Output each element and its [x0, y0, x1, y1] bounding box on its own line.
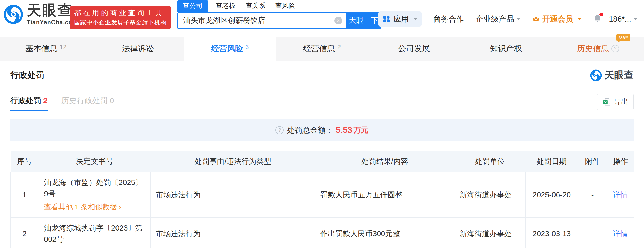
- export-label: 导出: [614, 97, 628, 107]
- subtab-count: 0: [110, 96, 114, 105]
- column-header: 操作: [607, 151, 634, 172]
- cell-date: 2025-06-20: [526, 172, 578, 217]
- nav-tab-label: 历史信息: [577, 43, 609, 54]
- nav-tab-wrap: 公司发展: [398, 43, 430, 54]
- notification-bell[interactable]: [593, 14, 602, 25]
- promo-line-1: 都在用的商业查询工具: [74, 8, 167, 18]
- tianyancha-watermark-icon: [590, 69, 602, 81]
- account-menu[interactable]: 186*...: [609, 15, 637, 23]
- menu-divider: [526, 15, 526, 23]
- column-header: 处罚单位: [454, 151, 526, 172]
- penalty-total-banner: ? 处罚总金额： 5.53 万元: [10, 119, 634, 141]
- vip-menu[interactable]: 开通会员: [532, 14, 581, 24]
- business-coop-link[interactable]: 商务合作: [433, 14, 464, 24]
- nav-tab-company-development[interactable]: 公司发展: [368, 37, 460, 61]
- enterprise-products-menu[interactable]: 企业级产品: [476, 14, 520, 24]
- penalty-subtabs: 行政处罚2历史行政处罚0: [10, 95, 128, 111]
- caret-down-icon: [634, 18, 637, 22]
- cell-result: 作出罚款人民币300元整: [315, 217, 454, 248]
- search-input-wrap: ✕: [177, 12, 346, 29]
- menu-divider: [427, 15, 427, 23]
- nav-tab-wrap: 历史信息VIP?: [577, 43, 619, 54]
- search-tab-boss[interactable]: 查老板: [216, 0, 236, 12]
- tianyancha-watermark: 天眼查: [590, 69, 634, 82]
- cell-attachment: -: [578, 172, 607, 217]
- nav-tab-label: 法律诉讼: [122, 43, 154, 54]
- penalty-total-value: 5.53: [336, 125, 352, 135]
- apps-label: 应用: [393, 14, 409, 24]
- top-header: 天眼查 TianYanCha.com 都在用的商业查询工具 国家中小企业发展子基…: [0, 0, 644, 37]
- similar-data-link[interactable]: 查看其他 1 条相似数据›: [44, 201, 145, 213]
- vip-badge: VIP: [616, 34, 630, 41]
- similar-link-text: 查看其他 1 条相似数据: [44, 201, 117, 213]
- nav-tab-operating-info[interactable]: 经营信息2: [276, 37, 368, 61]
- notification-dot: [599, 13, 603, 16]
- tianyancha-logo[interactable]: 天眼查 TianYanCha.com: [4, 3, 78, 25]
- nav-tab-history-info[interactable]: 历史信息VIP?: [552, 37, 644, 61]
- nav-tab-count: 3: [245, 43, 249, 51]
- cell-unit: 新海街道办事处: [454, 217, 526, 248]
- nav-tab-label: 基本信息: [25, 43, 57, 54]
- column-header: 附件: [578, 151, 607, 172]
- cell-result: 罚款人民币五万五仟圆整: [315, 172, 454, 217]
- search-tab-company[interactable]: 查公司: [177, 0, 208, 12]
- business-coop-label: 商务合作: [433, 14, 464, 24]
- company-nav-tabs: 基本信息12法律诉讼经营风险3经营信息2公司发展知识产权历史信息VIP?: [0, 37, 644, 61]
- subtab-label: 行政处罚: [10, 95, 41, 106]
- search-tab-risk[interactable]: 查风险: [275, 0, 295, 12]
- clear-icon[interactable]: ✕: [334, 17, 342, 24]
- search-block: 查公司查老板查关系查风险 ✕ 天眼一下: [177, 2, 381, 29]
- nav-tab-operating-risk[interactable]: 经营风险3: [184, 37, 276, 61]
- crown-icon: [532, 15, 540, 23]
- search-tab-relation[interactable]: 查关系: [245, 0, 265, 12]
- nav-tab-count: 12: [60, 43, 67, 51]
- cell-date: 2023-03-13: [526, 217, 578, 248]
- nav-tab-wrap: 经营风险3: [211, 43, 249, 54]
- caret-down-icon: [517, 18, 520, 22]
- nav-tab-legal-litigation[interactable]: 法律诉讼: [92, 37, 184, 61]
- main-content: 行政处罚 天眼查 行政处罚2历史行政处罚0 导出 ? 处罚总金额： 5.53: [0, 61, 644, 248]
- promo-badge: 都在用的商业查询工具 国家中小企业发展子基金旗下机构: [70, 6, 171, 29]
- vip-label: 开通会员: [542, 14, 573, 24]
- search-button[interactable]: 天眼一下: [346, 12, 381, 29]
- nav-tab-wrap: 法律诉讼: [122, 43, 154, 54]
- cell-reason: 市场违法行为: [151, 217, 315, 248]
- nav-tab-wrap: 知识产权: [490, 43, 522, 54]
- section-head: 行政处罚 天眼查: [0, 61, 644, 82]
- column-header: 处罚结果/内容: [315, 151, 454, 172]
- chevron-right-icon: ›: [119, 201, 121, 213]
- table-header-row: 序号决定文书号处罚事由/违法行为类型处罚结果/内容处罚单位处罚日期附件操作: [11, 151, 634, 172]
- doc-number: 汕龙海（市监）处罚〔2025〕9号: [44, 177, 145, 199]
- excel-icon: [603, 98, 611, 106]
- column-header: 处罚日期: [526, 151, 578, 172]
- cell-action: 详情: [607, 217, 634, 248]
- doc-number: 汕龙海综城执罚字〔2023〕第002号: [44, 222, 145, 245]
- cell-no: 2: [11, 217, 39, 248]
- apps-grid-icon: [382, 15, 391, 23]
- search-tabs: 查公司查老板查关系查风险: [177, 2, 381, 12]
- subtab-count: 2: [43, 96, 48, 105]
- table-row: 2汕龙海综城执罚字〔2023〕第002号市场违法行为作出罚款人民币300元整新海…: [11, 217, 634, 248]
- detail-link[interactable]: 详情: [613, 191, 628, 199]
- apps-menu[interactable]: 应用: [378, 11, 422, 27]
- detail-link[interactable]: 详情: [613, 229, 628, 238]
- nav-tab-intellectual-property[interactable]: 知识产权: [460, 37, 552, 61]
- column-header: 序号: [11, 151, 39, 172]
- subtab-history-admin-penalty[interactable]: 历史行政处罚0: [61, 95, 114, 111]
- cell-reason: 市场违法行为: [151, 172, 315, 217]
- nav-tab-basic-info[interactable]: 基本信息12: [0, 37, 92, 61]
- nav-tab-label: 知识产权: [490, 43, 522, 54]
- cell-no: 1: [11, 172, 39, 217]
- top-menu: 应用 商务合作 企业级产品 开通会员: [378, 11, 637, 27]
- export-button[interactable]: 导出: [597, 94, 634, 110]
- search-row: ✕ 天眼一下: [177, 12, 381, 29]
- nav-tab-label: 经营风险: [211, 43, 243, 54]
- subtab-row: 行政处罚2历史行政处罚0 导出: [0, 94, 644, 113]
- cell-unit: 新海街道办事处: [454, 172, 526, 217]
- cell-doc-no: 汕龙海综城执罚字〔2023〕第002号: [39, 217, 151, 248]
- watermark-label: 天眼查: [604, 69, 634, 82]
- subtab-admin-penalty[interactable]: 行政处罚2: [10, 95, 48, 111]
- cell-attachment: -: [578, 217, 607, 248]
- search-input[interactable]: [178, 13, 346, 28]
- caret-down-icon: [414, 18, 417, 22]
